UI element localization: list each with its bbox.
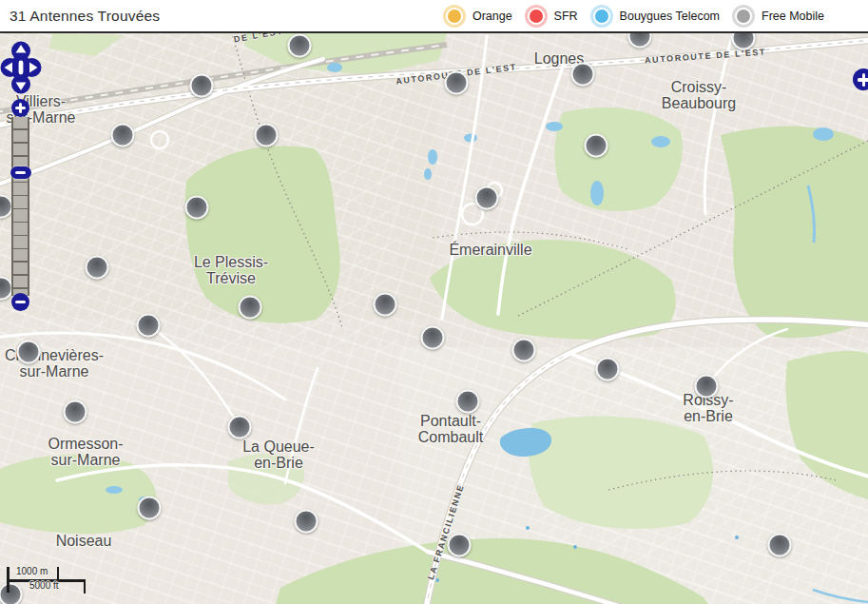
antenna-marker[interactable]	[185, 196, 209, 220]
legend-item-orange[interactable]: Orange	[443, 5, 512, 28]
antenna-marker[interactable]	[374, 293, 397, 317]
city-label-la-queue-en-brie: La Queue-en-Brie	[242, 439, 315, 471]
antenna-marker[interactable]	[596, 358, 620, 381]
city-label-ormesson-sur-marne: Ormesson-sur-Marne	[48, 437, 123, 468]
zoom-out-button[interactable]	[11, 293, 29, 311]
operator-dot-icon	[528, 8, 545, 25]
legend-item-bouygues-telecom[interactable]: Bouygues Telecom	[590, 5, 720, 28]
zoom-slider-handle[interactable]	[10, 166, 31, 179]
antenna-marker[interactable]	[445, 71, 469, 95]
antenna-marker[interactable]	[448, 534, 472, 557]
city-label-croissy-beaubourg: Croissy-Beaubourg	[662, 80, 736, 111]
antenna-marker[interactable]	[695, 375, 719, 399]
antenna-marker[interactable]	[239, 296, 262, 320]
city-label-pontault-combault: Pontault-Combault	[418, 414, 483, 445]
header: 31 Antennes Trouvées OrangeSFRBouygues T…	[0, 0, 868, 31]
legend-label: Free Mobile	[762, 10, 824, 23]
antenna-marker[interactable]	[137, 314, 161, 338]
operator-dot-icon	[446, 8, 463, 25]
antenna-marker[interactable]	[86, 256, 109, 280]
legend-label: Bouygues Telecom	[620, 10, 720, 23]
legend-label: SFR	[554, 10, 578, 23]
antenna-marker[interactable]	[228, 416, 252, 439]
legend-label: Orange	[473, 10, 512, 23]
antenna-marker[interactable]	[571, 63, 595, 87]
zoom-slider-track[interactable]	[11, 117, 29, 296]
scale-metric-label: 1000 m	[16, 566, 48, 576]
antenna-marker[interactable]	[456, 390, 480, 414]
antenna-marker[interactable]	[512, 339, 536, 362]
antenna-marker[interactable]	[288, 34, 312, 58]
slider-grip-icon	[15, 171, 26, 174]
layer-switcher-button[interactable]	[853, 68, 868, 90]
antenna-marker[interactable]	[585, 134, 608, 158]
antenna-marker[interactable]	[138, 497, 162, 520]
antenna-marker[interactable]	[255, 124, 279, 147]
antenna-marker[interactable]	[421, 326, 445, 350]
results-count-title: 31 Antennes Trouvées	[0, 8, 160, 25]
pan-center-icon	[19, 61, 24, 75]
map-canvas[interactable]: Villiers-sur-MarneLognesCroissy-Beaubour…	[0, 31, 868, 604]
antenna-marker[interactable]	[111, 124, 135, 147]
city-label-le-plessis-trevise: Le Plessis-Trévise	[194, 255, 268, 286]
minus-icon	[15, 301, 26, 303]
operator-dot-icon	[593, 8, 610, 25]
city-label-noiseau: Noiseau	[56, 534, 112, 550]
pan-control[interactable]	[0, 40, 42, 99]
legend: OrangeSFRBouygues TelecomFree Mobile	[443, 0, 824, 31]
legend-item-sfr[interactable]: SFR	[525, 5, 578, 28]
antenna-marker[interactable]	[17, 341, 41, 364]
scale-imperial-label: 5000 ft	[29, 580, 59, 591]
zoom-in-button[interactable]	[11, 99, 29, 117]
city-label-emerainville: Émerainville	[449, 243, 531, 259]
antenna-marker[interactable]	[64, 400, 87, 424]
operator-dot-icon	[735, 8, 752, 25]
antenna-marker[interactable]	[190, 74, 214, 98]
antenna-marker[interactable]	[0, 583, 23, 604]
basemap	[0, 33, 868, 604]
antenna-marker[interactable]	[295, 510, 318, 534]
antenna-marker[interactable]	[768, 534, 792, 557]
antenna-marker[interactable]	[475, 186, 499, 210]
legend-item-free-mobile[interactable]: Free Mobile	[732, 5, 824, 28]
